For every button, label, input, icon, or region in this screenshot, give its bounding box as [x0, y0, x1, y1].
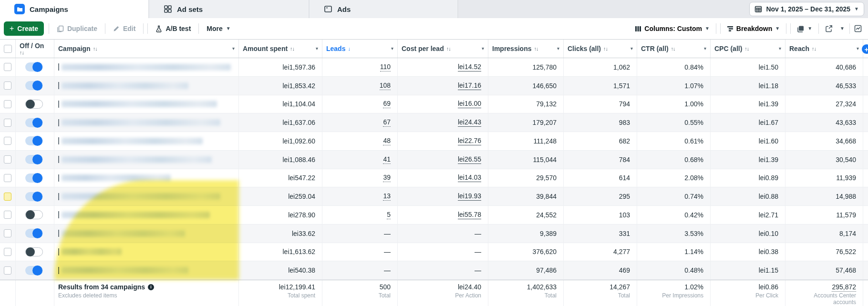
breakdown-button[interactable]: Breakdown ▼: [723, 21, 784, 36]
column-header-impressions[interactable]: Impressions↑↓▾: [488, 40, 564, 58]
add-column-button[interactable]: +: [862, 44, 868, 54]
row-checkbox[interactable]: [4, 155, 11, 163]
column-filter-caret[interactable]: ▾: [557, 46, 559, 51]
column-header-checkbox[interactable]: [0, 40, 16, 58]
campaign-status-toggle[interactable]: [25, 136, 43, 145]
campaign-status-toggle[interactable]: [25, 192, 43, 201]
column-filter-caret[interactable]: ▾: [316, 46, 318, 51]
campaign-status-toggle[interactable]: [25, 173, 43, 183]
cell-leads-link[interactable]: 67: [383, 118, 391, 127]
column-filter-caret[interactable]: ▾: [704, 46, 706, 51]
info-icon[interactable]: i: [148, 284, 154, 290]
cell-cpl-link[interactable]: lei14.03: [458, 173, 481, 182]
row-checkbox[interactable]: [4, 229, 11, 237]
column-header-clicks[interactable]: Clicks (all)↑↓▾: [564, 40, 637, 58]
cell-leads-link[interactable]: 5: [387, 211, 391, 219]
row-checkbox[interactable]: [4, 248, 11, 256]
campaign-status-toggle[interactable]: [25, 100, 43, 109]
row-checkbox[interactable]: [4, 193, 11, 201]
cell-cpl-link[interactable]: lei17.16: [458, 82, 481, 90]
column-header-ctr[interactable]: CTR (all)↑↓▾: [637, 40, 711, 58]
campaign-name-cell[interactable]: [54, 113, 239, 132]
campaign-name-cell[interactable]: [54, 187, 239, 205]
export-options-button[interactable]: ▼: [837, 21, 847, 36]
table-row: lei1,104.0469lei16.0079,1327941.00%lei1.…: [0, 95, 868, 114]
row-checkbox[interactable]: [4, 63, 11, 71]
row-checkbox[interactable]: [4, 211, 11, 219]
charts-button[interactable]: [852, 21, 864, 36]
cell-cpl-link[interactable]: lei24.43: [458, 118, 481, 127]
cell-cpl-link[interactable]: lei55.78: [458, 211, 481, 219]
campaign-status-toggle[interactable]: [25, 247, 43, 256]
campaign-name-cell[interactable]: [54, 169, 239, 187]
cell-leads-link[interactable]: 69: [383, 100, 391, 108]
edit-button[interactable]: Edit: [107, 21, 141, 36]
campaign-name-cell[interactable]: [54, 206, 239, 224]
column-header-cpc[interactable]: CPC (all)↑↓▾: [711, 40, 785, 58]
more-button[interactable]: More ▼: [201, 21, 236, 36]
select-all-checkbox[interactable]: [4, 45, 12, 53]
column-filter-caret[interactable]: ▾: [482, 46, 484, 51]
duplicate-button[interactable]: Duplicate: [51, 21, 103, 36]
tab-ad-sets[interactable]: Ad sets: [149, 0, 310, 18]
campaign-status-toggle[interactable]: [25, 81, 43, 90]
column-header-status[interactable]: Off / On↑↓: [16, 40, 54, 58]
row-checkbox[interactable]: [4, 119, 11, 127]
ab-test-button[interactable]: A/B test: [150, 21, 196, 36]
export-button[interactable]: [821, 21, 837, 36]
cell-leads-link[interactable]: 110: [380, 63, 391, 71]
campaign-name-cell[interactable]: [54, 95, 239, 113]
campaign-name-cell[interactable]: [54, 132, 239, 150]
cell-cpl-link[interactable]: lei22.76: [458, 137, 481, 145]
campaign-name-cell[interactable]: [54, 224, 239, 243]
columns-button[interactable]: Columns: Custom ▼: [630, 21, 713, 36]
cell-leads-link[interactable]: 108: [380, 82, 391, 90]
campaign-status-toggle[interactable]: [25, 210, 43, 219]
cell-cpl-link[interactable]: lei19.93: [458, 192, 481, 201]
cell-leads: 13: [322, 187, 398, 205]
column-header-leads[interactable]: Leads↓▾: [322, 40, 398, 58]
column-filter-caret[interactable]: ▾: [232, 46, 235, 51]
row-checkbox[interactable]: [4, 82, 11, 90]
tab-campaigns[interactable]: Campaigns: [0, 0, 149, 18]
campaign-status-toggle[interactable]: [25, 266, 43, 275]
column-filter-caret[interactable]: ▾: [391, 46, 393, 51]
cell-leads-link[interactable]: 48: [383, 137, 391, 145]
column-header-reach[interactable]: Reach↑↓▾: [785, 40, 863, 58]
column-filter-caret[interactable]: ▾: [779, 46, 781, 51]
campaign-name-cell[interactable]: [54, 58, 239, 76]
row-checkbox[interactable]: [4, 266, 11, 275]
summary-reach[interactable]: 295,872 Accounts Center accounts: [785, 280, 863, 306]
campaign-name-cell[interactable]: [54, 261, 239, 279]
cell-reach: 27,324: [785, 95, 863, 113]
create-button[interactable]: + Create: [4, 21, 44, 36]
column-header-amount[interactable]: Amount spent↑↓▾: [239, 40, 322, 58]
campaign-status-toggle[interactable]: [25, 155, 43, 164]
cell-leads-link[interactable]: 39: [383, 173, 391, 182]
cell-leads-link[interactable]: 41: [383, 155, 391, 164]
cell-leads-link[interactable]: 13: [383, 192, 391, 201]
campaign-status-toggle[interactable]: [25, 229, 43, 238]
cell-cpl-link[interactable]: lei16.00: [458, 100, 481, 108]
cell-reach: 8,174: [785, 224, 863, 243]
date-range-picker[interactable]: Nov 1, 2025 – Dec 31, 2025 ▼: [749, 2, 864, 16]
row-checkbox[interactable]: [4, 100, 11, 108]
campaign-name-cell[interactable]: [54, 151, 239, 169]
campaign-name-cell[interactable]: [54, 77, 239, 95]
tab-ads[interactable]: Ads: [310, 0, 458, 18]
row-checkbox[interactable]: [4, 174, 11, 182]
cell-cpl-link[interactable]: lei14.52: [458, 63, 481, 71]
column-header-cpl[interactable]: Cost per lead↑↓▾: [398, 40, 488, 58]
campaign-status-toggle[interactable]: [25, 118, 43, 127]
campaign-name-cell[interactable]: [54, 243, 239, 261]
cell-ctr: 0.48%: [637, 261, 711, 279]
reports-button[interactable]: ▼: [793, 21, 816, 36]
column-header-campaign[interactable]: Campaign↑↓▾: [54, 40, 239, 58]
cell-cpc: lei1.50: [711, 58, 785, 76]
column-filter-caret[interactable]: ▾: [630, 46, 633, 51]
row-checkbox[interactable]: [4, 137, 11, 145]
cell-cpl-link[interactable]: lei26.55: [458, 155, 481, 164]
campaign-status-toggle[interactable]: [25, 62, 43, 71]
summary-ctr: 1.02% Per Impressions: [637, 280, 711, 306]
column-filter-caret[interactable]: ▾: [857, 46, 859, 51]
